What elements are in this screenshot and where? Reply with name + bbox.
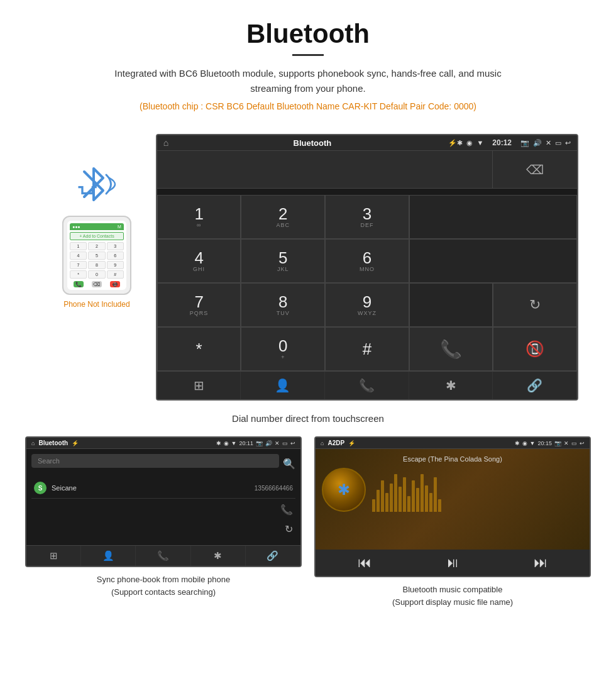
- pb-bottom-nav: ⊞ 👤 📞 ✱ 🔗: [26, 545, 300, 566]
- next-button[interactable]: ⏭: [534, 555, 547, 571]
- dial-key-8[interactable]: 8 TUV: [241, 283, 325, 327]
- nav-link[interactable]: 🔗: [493, 372, 577, 399]
- album-art: ✱: [322, 468, 366, 512]
- signal-icon: ▼: [476, 139, 483, 147]
- main-caption: Dial number direct from touchscreen: [0, 407, 616, 436]
- music-caption: Bluetooth music compatible(Support displ…: [392, 584, 513, 608]
- backspace-button[interactable]: ⌫: [493, 151, 577, 189]
- contact-avatar: S: [34, 482, 47, 494]
- search-placeholder: Search: [38, 457, 60, 465]
- phonebook-block: ⌂ Bluetooth ⚡ ✱◉▼ 20:11 📷🔊✕▭↩ Search 🔍: [25, 436, 302, 608]
- music-main: ✱: [322, 468, 583, 512]
- dial-key-hash[interactable]: #: [325, 327, 409, 371]
- page-title: Bluetooth: [13, 19, 603, 49]
- dial-key-3[interactable]: 3 DEF: [325, 195, 409, 239]
- screen-title: Bluetooth: [176, 138, 448, 148]
- music-time: 20:15: [537, 440, 552, 446]
- main-section: ⍽ ●●●M + Add to Contacts 123 456 789: [0, 128, 616, 407]
- pb-phone-icon[interactable]: 📞: [280, 504, 293, 516]
- pb-time: 20:11: [239, 440, 253, 446]
- home-icon: ⌂: [163, 138, 168, 148]
- camera-icon: 📷: [520, 139, 529, 147]
- phonebook-screen: ⌂ Bluetooth ⚡ ✱◉▼ 20:11 📷🔊✕▭↩ Search 🔍: [25, 436, 302, 567]
- music-usb-icon: ⚡: [348, 440, 355, 446]
- phone-bottom-bar: 📞 ⌫ 📵: [70, 281, 124, 287]
- phone-keypad: 123 456 789 *0#: [70, 242, 124, 279]
- album-bt-icon: ✱: [338, 481, 350, 499]
- nav-phone[interactable]: 📞: [325, 372, 409, 399]
- bluetooth-icon: ⍽: [78, 165, 97, 194]
- reload-button[interactable]: ↻: [493, 283, 577, 327]
- search-icon[interactable]: 🔍: [283, 458, 295, 470]
- music-visualizer: [372, 468, 583, 512]
- dial-key-0[interactable]: 0 +: [241, 327, 325, 371]
- phone-topbar: ●●●M: [70, 223, 124, 230]
- main-screen-mockup: ⌂ Bluetooth ⚡ ✱ ◉ ▼ 20:12 📷 🔊 ✕ ▭ ↩ ⌫ 1: [156, 134, 578, 401]
- bluetooth-status-icon: ✱: [457, 139, 463, 147]
- phone-device-mockup: ●●●M + Add to Contacts 123 456 789 *0# 📞…: [62, 216, 131, 295]
- main-statusbar: ⌂ Bluetooth ⚡ ✱ ◉ ▼ 20:12 📷 🔊 ✕ ▭ ↩: [157, 135, 577, 151]
- prev-button[interactable]: ⏮: [358, 555, 371, 571]
- dial-empty-r4c4: [409, 283, 493, 327]
- play-pause-button[interactable]: ⏯: [446, 555, 459, 571]
- contact-name: Seicane: [52, 484, 255, 492]
- music-screen: ⌂ A2DP ⚡ ✱◉▼ 20:15 📷✕▭↩ Escape (The Pina…: [314, 436, 591, 577]
- pb-status-right: ✱◉▼ 20:11 📷🔊✕▭↩: [216, 440, 295, 446]
- status-time: 20:12: [492, 138, 512, 147]
- nav-grid[interactable]: ⊞: [157, 372, 241, 399]
- dial-key-5[interactable]: 5 JKL: [241, 239, 325, 283]
- call-green-button[interactable]: 📞: [409, 327, 493, 371]
- pb-screen-title: Bluetooth: [38, 440, 68, 446]
- phonebook-caption: Sync phone-book from mobile phone(Suppor…: [97, 573, 230, 598]
- page-header: Bluetooth Integrated with BC6 Bluetooth …: [0, 0, 616, 128]
- music-home-icon: ⌂: [321, 440, 324, 446]
- search-bar[interactable]: Search: [31, 454, 279, 468]
- location-icon: ◉: [466, 139, 473, 147]
- page-description: Integrated with BC6 Bluetooth module, su…: [94, 66, 522, 96]
- music-content: Escape (The Pina Colada Song) ✱: [316, 449, 590, 550]
- music-statusbar: ⌂ A2DP ⚡ ✱◉▼ 20:15 📷✕▭↩: [316, 438, 590, 449]
- screen-bottom-nav: ⊞ 👤 📞 ✱ 🔗: [157, 371, 577, 399]
- dial-key-1[interactable]: 1 ∞: [157, 195, 241, 239]
- pb-nav-bluetooth[interactable]: ✱: [191, 546, 246, 566]
- music-status-right: ✱◉▼ 20:15 📷✕▭↩: [515, 440, 585, 446]
- dial-key-9[interactable]: 9 WXYZ: [325, 283, 409, 327]
- status-icons: ✱ ◉ ▼ 20:12 📷 🔊 ✕ ▭ ↩: [457, 138, 571, 147]
- bottom-screens: ⌂ Bluetooth ⚡ ✱◉▼ 20:11 📷🔊✕▭↩ Search 🔍: [0, 436, 616, 621]
- dial-key-star[interactable]: *: [157, 327, 241, 371]
- music-screen-title: A2DP: [327, 440, 344, 446]
- phone-not-included-label: Phone Not Included: [63, 300, 129, 309]
- pb-nav-phone[interactable]: 📞: [136, 546, 190, 566]
- dial-key-7[interactable]: 7 PQRS: [157, 283, 241, 327]
- title-underline: [292, 54, 324, 56]
- nav-bluetooth[interactable]: ✱: [409, 372, 493, 399]
- dial-display: [157, 151, 493, 189]
- dial-key-4[interactable]: 4 GHI: [157, 239, 241, 283]
- dial-key-2[interactable]: 2 ABC: [241, 195, 325, 239]
- phonebook-statusbar: ⌂ Bluetooth ⚡ ✱◉▼ 20:11 📷🔊✕▭↩: [26, 438, 300, 449]
- close-icon: ✕: [546, 139, 551, 147]
- song-title: Escape (The Pina Colada Song): [322, 455, 583, 463]
- pb-usb-icon: ⚡: [72, 440, 79, 446]
- bluetooth-graphic: ⍽: [72, 159, 122, 209]
- pb-nav-link[interactable]: 🔗: [246, 546, 300, 566]
- music-block: ⌂ A2DP ⚡ ✱◉▼ 20:15 📷✕▭↩ Escape (The Pina…: [314, 436, 591, 608]
- dial-empty-r2c4: [409, 195, 577, 239]
- contact-row: S Seicane 13566664466: [31, 478, 295, 499]
- pb-nav-contacts[interactable]: 👤: [81, 546, 136, 566]
- phone-add-contact: + Add to Contacts: [70, 232, 124, 240]
- usb-icon: ⚡: [448, 139, 457, 147]
- call-red-button[interactable]: 📵: [493, 327, 577, 371]
- pb-nav-grid[interactable]: ⊞: [26, 546, 81, 566]
- phone-illustration: ⍽ ●●●M + Add to Contacts 123 456 789: [38, 134, 156, 309]
- window-icon: ▭: [555, 139, 561, 147]
- nav-contacts[interactable]: 👤: [241, 372, 325, 399]
- dialpad-area: ⌫ 1 ∞ 2 ABC 3 DEF 4 GHI 5 JKL: [157, 151, 577, 371]
- pb-home-icon: ⌂: [31, 440, 35, 446]
- volume-icon: 🔊: [533, 139, 542, 147]
- dial-key-6[interactable]: 6 MNO: [325, 239, 409, 283]
- page-specs: (Bluetooth chip : CSR BC6 Default Blueto…: [13, 101, 603, 111]
- phonebook-content: Search 🔍 S Seicane 13566664466 📞 ↻: [26, 449, 300, 545]
- side-icons: 📞 ↻: [31, 499, 295, 540]
- pb-reload-icon[interactable]: ↻: [285, 523, 293, 535]
